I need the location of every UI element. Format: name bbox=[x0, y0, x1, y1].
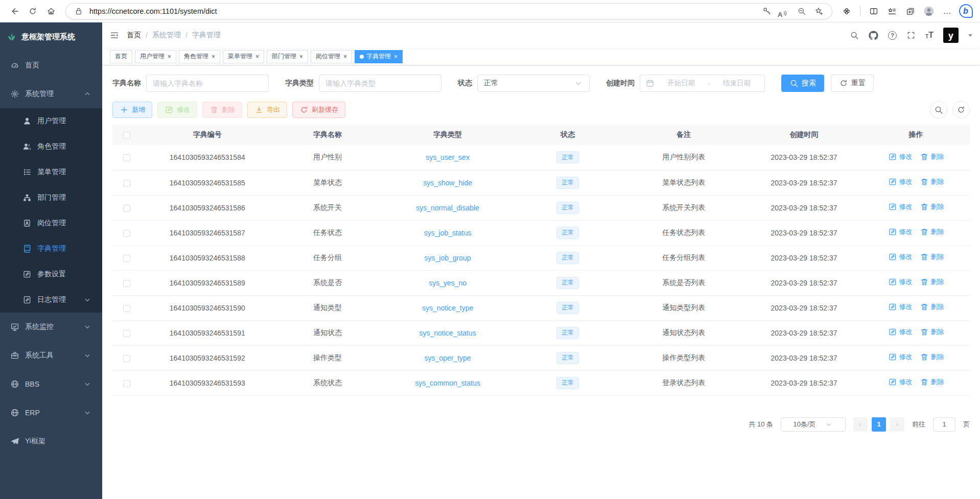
sidebar-item-system[interactable]: 系统管理 bbox=[0, 80, 102, 108]
view-tab[interactable]: 菜单管理 × bbox=[223, 50, 264, 63]
start-date-placeholder[interactable]: 开始日期 bbox=[659, 79, 704, 88]
dict-type-link[interactable]: sys_user_sex bbox=[426, 153, 470, 161]
sidebar-item-logs[interactable]: 日志管理 bbox=[0, 287, 102, 313]
dict-type-link[interactable]: sys_notice_type bbox=[422, 304, 473, 312]
next-page-button[interactable]: › bbox=[890, 417, 904, 432]
github-icon[interactable] bbox=[869, 31, 878, 40]
split-screen-icon[interactable] bbox=[866, 3, 882, 19]
sidebar-item-posts[interactable]: 岗位管理 bbox=[0, 210, 102, 236]
extensions-icon[interactable] bbox=[838, 3, 855, 19]
row-edit-link[interactable]: 修改 bbox=[888, 202, 913, 211]
row-delete-link[interactable]: 删除 bbox=[920, 252, 944, 262]
row-edit-link[interactable]: 修改 bbox=[888, 177, 913, 186]
row-edit-link[interactable]: 修改 bbox=[888, 327, 913, 337]
fold-menu-icon[interactable] bbox=[110, 31, 119, 40]
breadcrumb-home[interactable]: 首页 bbox=[127, 31, 141, 40]
sidebar-item-erp[interactable]: ERP bbox=[0, 398, 102, 427]
dict-type-link[interactable]: sys_normal_disable bbox=[416, 204, 479, 212]
sidebar-item-depts[interactable]: 部门管理 bbox=[0, 185, 102, 210]
date-range-picker[interactable]: 开始日期 - 结束日期 bbox=[640, 75, 765, 92]
close-icon[interactable]: × bbox=[168, 54, 171, 60]
row-delete-link[interactable]: 删除 bbox=[920, 202, 944, 211]
row-delete-link[interactable]: 删除 bbox=[920, 352, 944, 362]
row-checkbox[interactable] bbox=[123, 255, 130, 262]
row-delete-link[interactable]: 删除 bbox=[920, 377, 944, 387]
row-edit-link[interactable]: 修改 bbox=[888, 277, 913, 287]
avatar[interactable]: y bbox=[943, 28, 959, 43]
row-edit-link[interactable]: 修改 bbox=[888, 352, 913, 362]
search-icon[interactable] bbox=[850, 31, 859, 40]
row-checkbox[interactable] bbox=[123, 305, 130, 312]
close-icon[interactable]: × bbox=[255, 54, 259, 60]
row-delete-link[interactable]: 删除 bbox=[920, 302, 944, 312]
view-tab[interactable]: 首页 × bbox=[110, 50, 132, 63]
dict-type-link[interactable]: sys_notice_status bbox=[419, 329, 476, 337]
row-edit-link[interactable]: 修改 bbox=[888, 152, 913, 161]
prev-page-button[interactable]: ‹ bbox=[853, 417, 868, 432]
select-all-checkbox[interactable] bbox=[123, 132, 130, 139]
key-icon[interactable] bbox=[760, 5, 774, 18]
sidebar-item-users[interactable]: 用户管理 bbox=[0, 108, 102, 134]
toggle-search-button[interactable] bbox=[930, 101, 947, 118]
sidebar-item-bbs[interactable]: BBS bbox=[0, 370, 102, 398]
close-icon[interactable]: × bbox=[212, 54, 215, 60]
row-delete-link[interactable]: 删除 bbox=[920, 152, 944, 161]
zoom-out-icon[interactable] bbox=[795, 5, 808, 18]
read-aloud-icon[interactable]: A bbox=[778, 5, 791, 18]
home-icon[interactable] bbox=[43, 3, 59, 19]
sidebar-item-yi[interactable]: Yi框架 bbox=[0, 427, 102, 456]
row-checkbox[interactable] bbox=[123, 355, 130, 362]
favorite-add-icon[interactable] bbox=[812, 5, 826, 18]
view-tab[interactable]: 用户管理 × bbox=[135, 50, 176, 63]
sidebar-item-home[interactable]: 首页 bbox=[0, 51, 102, 80]
row-delete-link[interactable]: 删除 bbox=[920, 227, 944, 236]
fullscreen-icon[interactable] bbox=[906, 31, 916, 40]
refresh-table-button[interactable] bbox=[952, 101, 970, 118]
view-tab[interactable]: 岗位管理 × bbox=[311, 50, 352, 63]
row-edit-link[interactable]: 修改 bbox=[888, 227, 913, 236]
export-button[interactable]: 导出 bbox=[247, 102, 287, 118]
row-checkbox[interactable] bbox=[123, 380, 130, 387]
page-size-select[interactable]: 10条/页 bbox=[781, 417, 846, 432]
row-delete-link[interactable]: 删除 bbox=[920, 177, 944, 186]
dict-type-link[interactable]: sys_job_status bbox=[424, 229, 472, 237]
row-edit-link[interactable]: 修改 bbox=[888, 252, 913, 262]
view-tab[interactable]: 部门管理 × bbox=[267, 50, 308, 63]
add-button[interactable]: 新增 bbox=[112, 102, 152, 118]
page-number-1[interactable]: 1 bbox=[872, 417, 886, 432]
end-date-placeholder[interactable]: 结束日期 bbox=[714, 79, 759, 88]
reload-icon[interactable] bbox=[25, 3, 41, 19]
search-button[interactable]: 搜索 bbox=[781, 75, 824, 92]
row-edit-link[interactable]: 修改 bbox=[888, 377, 913, 387]
close-icon[interactable]: × bbox=[394, 54, 398, 60]
profile-icon[interactable] bbox=[921, 3, 937, 19]
row-checkbox[interactable] bbox=[123, 230, 130, 237]
row-edit-link[interactable]: 修改 bbox=[888, 302, 913, 312]
url-text[interactable]: https://ccnetcore.com:1101/system/dict bbox=[89, 7, 756, 15]
refresh-cache-button[interactable]: 刷新缓存 bbox=[292, 102, 345, 118]
lock-icon[interactable] bbox=[72, 5, 85, 18]
sidebar-item-roles[interactable]: 角色管理 bbox=[0, 134, 102, 159]
back-icon[interactable] bbox=[6, 3, 22, 19]
dict-type-link[interactable]: sys_show_hide bbox=[423, 179, 472, 187]
collections-icon[interactable] bbox=[902, 3, 919, 19]
row-checkbox[interactable] bbox=[123, 205, 130, 212]
sidebar-item-menus[interactable]: 菜单管理 bbox=[0, 159, 102, 185]
dict-type-link[interactable]: sys_job_group bbox=[425, 254, 471, 262]
row-checkbox[interactable] bbox=[123, 280, 130, 287]
address-bar[interactable]: https://ccnetcore.com:1101/system/dict A bbox=[65, 3, 832, 19]
sidebar-item-dict[interactable]: 字典管理 bbox=[0, 236, 102, 262]
favorites-bar-icon[interactable] bbox=[884, 3, 900, 19]
help-icon[interactable]: ? bbox=[888, 31, 897, 40]
dict-type-input[interactable] bbox=[319, 75, 441, 92]
row-checkbox[interactable] bbox=[123, 180, 130, 187]
caret-down-icon[interactable] bbox=[968, 34, 972, 37]
close-icon[interactable]: × bbox=[299, 54, 303, 60]
row-delete-link[interactable]: 删除 bbox=[920, 327, 944, 337]
bing-chat-icon[interactable]: b bbox=[958, 3, 974, 19]
sidebar-item-params[interactable]: 参数设置 bbox=[0, 262, 102, 287]
font-size-icon[interactable]: TT bbox=[925, 31, 934, 39]
more-icon[interactable]: … bbox=[939, 3, 955, 19]
row-delete-link[interactable]: 删除 bbox=[920, 277, 944, 287]
view-tab[interactable]: 角色管理 × bbox=[179, 50, 220, 63]
